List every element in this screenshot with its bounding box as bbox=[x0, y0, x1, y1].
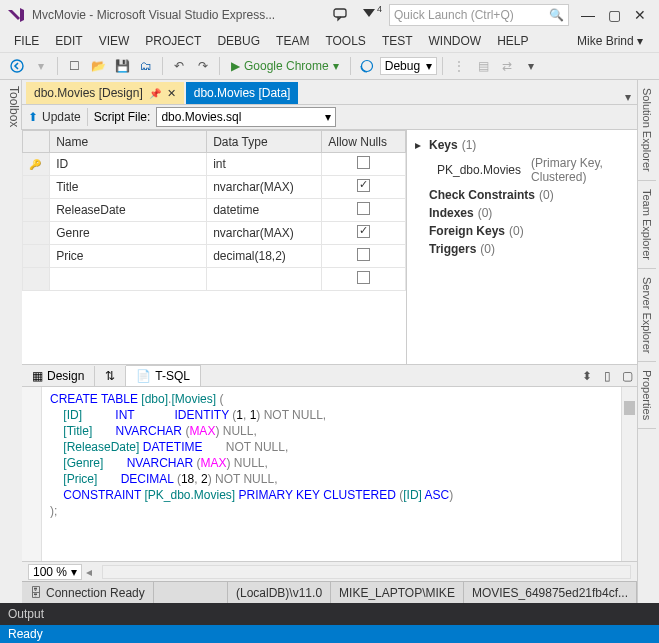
swap-panes-button[interactable]: ⇅ bbox=[95, 366, 126, 386]
indexes-node[interactable]: Indexes (0) bbox=[415, 204, 629, 222]
svg-point-1 bbox=[11, 60, 23, 72]
tsql-editor[interactable]: CREATE TABLE [dbo].[Movies] ( [ID] INT I… bbox=[22, 386, 637, 561]
start-button[interactable]: ▶ Google Chrome ▾ bbox=[225, 59, 345, 73]
feedback-icon[interactable] bbox=[327, 4, 355, 26]
team-explorer-tab[interactable]: Team Explorer bbox=[638, 181, 656, 269]
tab-overflow-button[interactable]: ▾ bbox=[619, 90, 637, 104]
pin-icon[interactable]: 📌 bbox=[149, 88, 161, 99]
table-row[interactable]: ReleaseDatedatetime bbox=[23, 199, 406, 222]
main-toolbar: ▾ ☐ 📂 💾 🗂 ↶ ↷ ▶ Google Chrome ▾ Debug▾ ⋮… bbox=[0, 52, 659, 80]
undo-button[interactable]: ↶ bbox=[168, 55, 190, 77]
tsql-tab[interactable]: 📄 T-SQL bbox=[126, 365, 201, 386]
update-button[interactable]: ⬆Update bbox=[28, 110, 81, 124]
database-icon: 🗄 bbox=[30, 586, 42, 600]
tb-extra-3[interactable]: ⇄ bbox=[496, 55, 518, 77]
editor-vscrollbar[interactable] bbox=[621, 387, 637, 561]
triggers-node[interactable]: Triggers (0) bbox=[415, 240, 629, 258]
quick-launch-input[interactable]: Quick Launch (Ctrl+Q) 🔍 bbox=[389, 4, 569, 26]
tab-movies-data[interactable]: dbo.Movies [Data] bbox=[186, 82, 299, 104]
allow-nulls-checkbox[interactable] bbox=[357, 156, 370, 169]
document-tabs: dbo.Movies [Design] 📌 ✕ dbo.Movies [Data… bbox=[22, 80, 637, 104]
db-user: MIKE_LAPTOP\MIKE bbox=[331, 582, 464, 603]
allow-nulls-checkbox[interactable] bbox=[357, 179, 370, 192]
server-explorer-tab[interactable]: Server Explorer bbox=[638, 269, 656, 362]
design-tab[interactable]: ▦ Design bbox=[22, 366, 95, 386]
right-rail: Solution Explorer Team Explorer Server E… bbox=[637, 80, 659, 603]
table-row[interactable]: Titlenvarchar(MAX) bbox=[23, 176, 406, 199]
foreign-keys-node[interactable]: Foreign Keys (0) bbox=[415, 222, 629, 240]
database-name: MOVIES_649875ed21fb4cf... bbox=[464, 582, 637, 603]
tb-extra-2[interactable]: ▤ bbox=[472, 55, 494, 77]
vs-logo-icon bbox=[6, 5, 26, 25]
key-item[interactable]: PK_dbo.Movies(Primary Key, Clustered) bbox=[415, 154, 629, 186]
primary-key-icon: 🔑 bbox=[29, 159, 41, 170]
tb-overflow[interactable]: ▾ bbox=[520, 55, 542, 77]
quick-launch-placeholder: Quick Launch (Ctrl+Q) bbox=[394, 8, 514, 22]
new-project-button[interactable]: ☐ bbox=[63, 55, 85, 77]
editor-hscrollbar[interactable] bbox=[102, 565, 631, 579]
col-header-name[interactable]: Name bbox=[50, 131, 207, 153]
redo-button[interactable]: ↷ bbox=[192, 55, 214, 77]
menu-project[interactable]: PROJECT bbox=[137, 32, 209, 50]
menu-tools[interactable]: TOOLS bbox=[317, 32, 373, 50]
designer-toolbar: ⬆Update Script File: dbo.Movies.sql▾ bbox=[22, 104, 637, 130]
allow-nulls-checkbox[interactable] bbox=[357, 248, 370, 261]
script-file-combo[interactable]: dbo.Movies.sql▾ bbox=[156, 107, 336, 127]
col-header-allownulls[interactable]: Allow Nulls bbox=[322, 131, 406, 153]
allow-nulls-checkbox[interactable] bbox=[357, 271, 370, 284]
col-header-datatype[interactable]: Data Type bbox=[207, 131, 322, 153]
menu-bar: FILE EDIT VIEW PROJECT DEBUG TEAM TOOLS … bbox=[0, 30, 659, 52]
browser-link-button[interactable] bbox=[356, 55, 378, 77]
toolbox-tab[interactable]: Toolbox bbox=[0, 80, 22, 130]
solution-explorer-tab[interactable]: Solution Explorer bbox=[638, 80, 656, 181]
table-row[interactable]: 🔑IDint bbox=[23, 153, 406, 176]
tab-movies-design[interactable]: dbo.Movies [Design] 📌 ✕ bbox=[26, 82, 184, 104]
save-all-button[interactable]: 🗂 bbox=[135, 55, 157, 77]
nav-back-button[interactable] bbox=[6, 55, 28, 77]
nav-forward-button[interactable]: ▾ bbox=[30, 55, 52, 77]
close-button[interactable]: ✕ bbox=[627, 5, 653, 25]
minimize-button[interactable]: ― bbox=[575, 5, 601, 25]
window-title: MvcMovie - Microsoft Visual Studio Expre… bbox=[32, 8, 327, 22]
config-combo[interactable]: Debug▾ bbox=[380, 57, 437, 75]
pane-options-button[interactable]: ▢ bbox=[617, 369, 637, 383]
table-row-new[interactable] bbox=[23, 268, 406, 291]
title-bar: MvcMovie - Microsoft Visual Studio Expre… bbox=[0, 0, 659, 30]
table-row[interactable]: Genrenvarchar(MAX) bbox=[23, 222, 406, 245]
signed-in-user[interactable]: Mike Brind ▾ bbox=[577, 34, 653, 48]
tab-close-icon[interactable]: ✕ bbox=[167, 87, 176, 100]
zoom-combo[interactable]: 100 %▾ bbox=[28, 564, 82, 580]
notifications-icon[interactable]: 4 bbox=[355, 4, 383, 26]
maximize-button[interactable]: ▢ bbox=[601, 5, 627, 25]
menu-file[interactable]: FILE bbox=[6, 32, 47, 50]
server-name: (LocalDB)\v11.0 bbox=[228, 582, 331, 603]
keys-node[interactable]: ▸Keys (1) bbox=[415, 136, 629, 154]
open-file-button[interactable]: 📂 bbox=[87, 55, 109, 77]
menu-edit[interactable]: EDIT bbox=[47, 32, 90, 50]
menu-help[interactable]: HELP bbox=[489, 32, 536, 50]
save-button[interactable]: 💾 bbox=[111, 55, 133, 77]
properties-tab[interactable]: Properties bbox=[638, 362, 656, 429]
document-well: dbo.Movies [Design] 📌 ✕ dbo.Movies [Data… bbox=[22, 80, 637, 603]
menu-team[interactable]: TEAM bbox=[268, 32, 317, 50]
check-constraints-node[interactable]: Check Constraints (0) bbox=[415, 186, 629, 204]
output-panel-header[interactable]: Output bbox=[0, 603, 659, 625]
status-bar: Ready bbox=[0, 625, 659, 643]
allow-nulls-checkbox[interactable] bbox=[357, 202, 370, 215]
menu-window[interactable]: WINDOW bbox=[421, 32, 490, 50]
db-status-bar: 🗄Connection Ready (LocalDB)\v11.0 MIKE_L… bbox=[22, 581, 637, 603]
editor-gutter bbox=[22, 387, 42, 561]
editor-content[interactable]: CREATE TABLE [dbo].[Movies] ( [ID] INT I… bbox=[42, 387, 621, 561]
editor-zoom-bar: 100 %▾ ◂ bbox=[22, 561, 637, 581]
menu-test[interactable]: TEST bbox=[374, 32, 421, 50]
columns-grid[interactable]: Name Data Type Allow Nulls 🔑IDint Titlen… bbox=[22, 130, 407, 364]
tb-extra-1[interactable]: ⋮ bbox=[448, 55, 470, 77]
connection-status: 🗄Connection Ready bbox=[22, 582, 154, 603]
allow-nulls-checkbox[interactable] bbox=[357, 225, 370, 238]
table-row[interactable]: Pricedecimal(18,2) bbox=[23, 245, 406, 268]
menu-debug[interactable]: DEBUG bbox=[209, 32, 268, 50]
split-vertical-button[interactable]: ▯ bbox=[597, 369, 617, 383]
menu-view[interactable]: VIEW bbox=[91, 32, 138, 50]
split-horizontal-button[interactable]: ⬍ bbox=[577, 369, 597, 383]
script-file-label: Script File: bbox=[94, 110, 151, 124]
